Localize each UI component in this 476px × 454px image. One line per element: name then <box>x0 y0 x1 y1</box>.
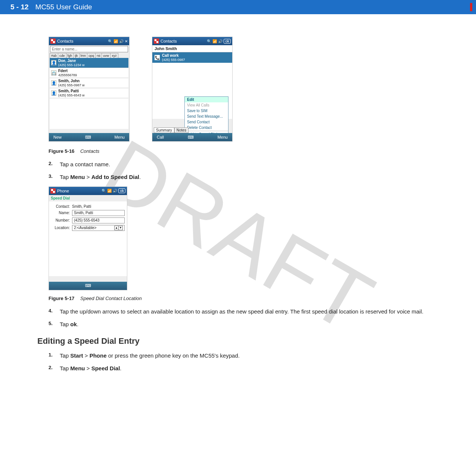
search-icon[interactable]: 🔍 <box>102 189 106 193</box>
index-tab[interactable]: ijk <box>73 53 80 58</box>
figure-number: Figure 5-16 <box>49 148 74 154</box>
step-number: 2. <box>49 161 60 168</box>
number-field[interactable]: (425) 555-6543 <box>72 217 125 223</box>
speed-dial-section-title: Speed Dial <box>49 195 127 201</box>
search-icon[interactable]: 🔍 <box>207 39 211 43</box>
index-tab[interactable]: cde <box>58 53 66 58</box>
index-tab[interactable]: opq <box>87 53 96 58</box>
contact-number: 4255556789 <box>58 73 77 77</box>
menu-delete-contact[interactable]: Delete Contact <box>185 125 228 130</box>
signal-icon: 📶 <box>113 39 118 43</box>
contact-name: Doe, Jane <box>58 59 76 63</box>
step-5: 5. Tap ok. <box>49 321 461 328</box>
detail-tabs: Summary Notes <box>154 127 189 133</box>
windows-start-icon[interactable] <box>50 188 56 194</box>
volume-icon[interactable]: 🔊 <box>218 39 223 43</box>
step-3: 3. Tap Menu > Add to Speed Dial. <box>49 173 461 181</box>
close-icon[interactable]: ✕ <box>125 39 128 43</box>
index-tabs[interactable]: #ab cde fgh ijk lmn opq rst uvw xyz <box>50 53 128 58</box>
figure-5-16-row: Contacts 🔍 📶 🔊 ✕ Enter a name... #ab cde… <box>49 37 461 142</box>
contact-name: Fdert <box>58 69 68 73</box>
index-tab[interactable]: xyz <box>110 53 118 58</box>
step-body: Tap Menu > Speed Dial. <box>60 365 461 372</box>
contact-number: (425) 555-0987 w <box>58 83 85 87</box>
windows-start-icon[interactable] <box>50 38 56 44</box>
step-4: 4. Tap the up/down arrows to select an a… <box>49 308 461 315</box>
titlebar-title: Contacts <box>161 39 177 43</box>
contact-row[interactable]: 👤 Doe, Jane(425) 555-1234 w <box>50 58 128 68</box>
edit-step-2: 2. Tap Menu > Speed Dial. <box>49 365 461 372</box>
speed-dial-screenshot: Phone 🔍 📶 🔊 ok Speed Dial Contact: Smith… <box>49 186 127 290</box>
keyboard-icon[interactable]: ⌨ <box>85 135 91 140</box>
volume-icon[interactable]: 🔊 <box>113 189 117 193</box>
index-tab[interactable]: fgh <box>66 53 74 58</box>
menu-view-all-calls: View All Calls <box>185 102 228 108</box>
ok-button[interactable]: ok <box>224 39 231 44</box>
step-body: Tap a contact name. <box>60 161 461 168</box>
contact-type-icon: 📇 <box>51 70 56 75</box>
volume-icon[interactable]: 🔊 <box>119 39 124 43</box>
location-stepper[interactable]: ▲ ▼ <box>115 226 123 230</box>
contact-row[interactable]: 👤 Smith, John(425) 555-0987 w <box>50 78 128 88</box>
contact-number: (425) 555-6543 w <box>58 93 85 97</box>
softkey-call[interactable]: Call <box>157 135 164 139</box>
contact-number: (425) 555-1234 w <box>58 63 85 67</box>
tab-summary[interactable]: Summary <box>154 127 174 133</box>
header-accent-bar <box>470 3 472 11</box>
softkey-bar: Call ⌨ Menu <box>152 133 232 141</box>
contact-type-icon: 👤 <box>51 60 56 65</box>
name-field[interactable]: Smith, Patti <box>72 210 125 216</box>
index-tab[interactable]: uvw <box>102 53 111 58</box>
index-tab[interactable]: lmn <box>79 53 88 58</box>
figure-title: Speed Dial Contact Location <box>80 296 142 301</box>
signal-icon: 📶 <box>107 189 112 193</box>
name-filter-input[interactable]: Enter a name... <box>50 46 128 52</box>
contacts-list-screenshot: Contacts 🔍 📶 🔊 ✕ Enter a name... #ab cde… <box>49 37 130 142</box>
windows-start-icon[interactable] <box>154 38 159 44</box>
index-tab[interactable]: #ab <box>50 53 58 58</box>
contact-name-heading: John Smith <box>152 45 232 52</box>
speed-dial-form: Contact: Smith, Patti Name: Smith, Patti… <box>49 201 127 276</box>
search-icon[interactable]: 🔍 <box>108 39 112 43</box>
step-body: Tap Menu > Add to Speed Dial. <box>60 173 461 181</box>
name-label: Name: <box>51 211 72 215</box>
contact-type-icon: 👤 <box>51 80 56 86</box>
guide-title: MC55 User Guide <box>35 3 92 11</box>
menu-edit[interactable]: Edit <box>185 97 228 102</box>
signal-icon: 📶 <box>212 39 217 43</box>
index-tab[interactable]: rst <box>95 53 102 58</box>
contact-type-icon: 👤 <box>51 90 56 96</box>
softkey-menu[interactable]: Menu <box>217 135 228 139</box>
keyboard-icon[interactable]: ⌨ <box>188 135 194 140</box>
softkey-menu[interactable]: Menu <box>114 135 125 139</box>
section-heading-editing-speed-dial: Editing a Speed Dial Entry <box>37 336 461 346</box>
step-body: Tap Start > Phone or press the green pho… <box>60 352 461 359</box>
menu-save-to-sim[interactable]: Save to SIM <box>185 108 228 114</box>
location-label: Location: <box>51 226 72 230</box>
softkey-new[interactable]: New <box>53 135 62 139</box>
contact-value[interactable]: Smith, Patti <box>72 204 125 209</box>
contact-row[interactable]: 📇 Fdert4255556789 <box>50 68 128 78</box>
menu-send-text-message[interactable]: Send Text Message... <box>185 114 228 119</box>
figure-5-16-caption: Figure 5-16 Contacts <box>49 148 461 154</box>
contact-row[interactable]: 👤 Smith, Patti(425) 555-6543 w <box>50 88 128 98</box>
softkey-bar: New ⌨ Menu <box>49 133 129 141</box>
page-header: 5 - 12 MC55 User Guide <box>0 0 476 14</box>
call-work-row[interactable]: 📞 Call work(425) 555-0987 <box>152 52 232 63</box>
tab-notes[interactable]: Notes <box>174 127 189 133</box>
contacts-list: 👤 Doe, Jane(425) 555-1234 w 📇 Fdert42555… <box>50 58 128 129</box>
titlebar-title: Contacts <box>57 39 73 43</box>
chevron-down-icon[interactable]: ▼ <box>118 226 123 230</box>
call-label: Call work <box>162 53 178 58</box>
location-field[interactable]: 2:<Available> ▲ ▼ <box>72 225 125 231</box>
step-body: Tap the up/down arrows to select an avai… <box>60 308 461 315</box>
keyboard-icon[interactable]: ⌨ <box>85 283 91 288</box>
softkey-bar: ⌨ <box>49 282 127 290</box>
figure-title: Contacts <box>80 148 99 154</box>
call-number: (425) 555-0987 <box>162 58 185 62</box>
menu-send-contact[interactable]: Send Contact <box>185 119 228 125</box>
ok-button[interactable]: ok <box>118 188 125 193</box>
contact-detail-screenshot: Contacts 🔍 📶 🔊 ok John Smith 📞 Call work… <box>152 37 233 142</box>
figure-number: Figure 5-17 <box>49 296 74 301</box>
phone-icon: 📞 <box>155 55 160 60</box>
